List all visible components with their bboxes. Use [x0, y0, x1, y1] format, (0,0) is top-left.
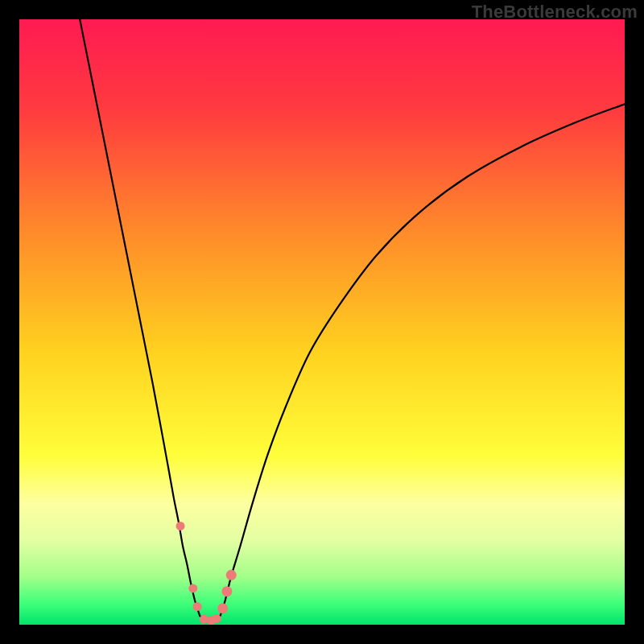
chart-svg: [19, 19, 625, 625]
watermark-label: TheBottleneck.com: [472, 2, 638, 23]
plot-area: [19, 19, 625, 625]
marker-floor-c: [213, 614, 221, 623]
gradient-background: [19, 19, 625, 625]
chart-frame: TheBottleneck.com: [0, 0, 644, 644]
marker-left-mid: [188, 584, 197, 592]
marker-left-low: [193, 602, 202, 611]
marker-right-mid: [221, 586, 232, 597]
marker-right-high: [226, 570, 237, 580]
marker-left-high: [176, 522, 185, 530]
marker-right-low: [217, 603, 228, 613]
